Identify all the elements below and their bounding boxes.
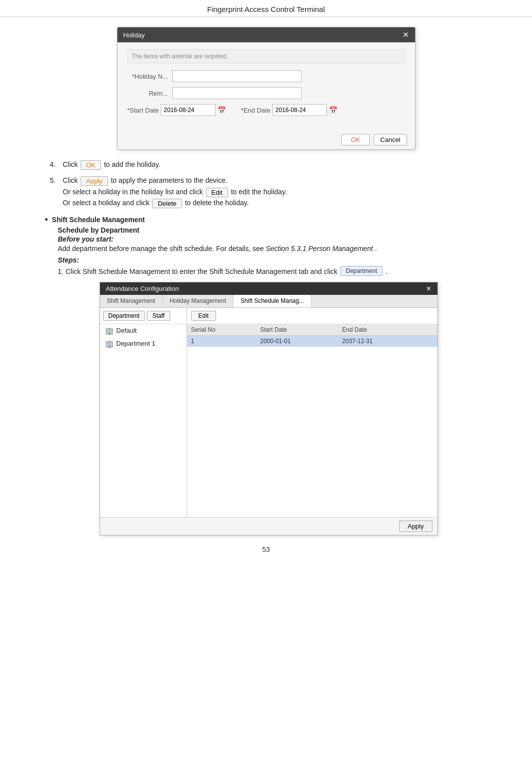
or1-edit-btn[interactable]: Edit [206,188,228,197]
col-extra [420,324,437,336]
department-sidebar-btn[interactable]: Department [103,311,145,321]
att-dialog-wrapper: Attendance Configuration ✕ Shift Managem… [45,282,492,535]
date-row: *Start Date 📅 *End Date 📅 [127,104,405,116]
cell-end: 2037-12-31 [338,335,421,347]
ok-button[interactable]: OK [341,134,370,145]
close-icon[interactable]: ✕ [403,30,409,39]
end-date-input[interactable] [272,104,327,116]
steps-label: Steps: [58,256,492,264]
remark-row: Rem... [127,87,405,99]
dialog-footer: OK Cancel [117,129,415,149]
att-apply-button[interactable]: Apply [399,521,432,532]
step4-content: Click OK to add the holiday. [63,159,492,170]
tab-shift-schedule-management[interactable]: Shift Schedule Manag... [233,295,311,307]
before-suffix: . [375,245,377,253]
start-date-group: *Start Date 📅 [127,104,226,116]
start-date-label: *Start Date [127,107,159,114]
att-close-icon[interactable]: ✕ [426,285,431,292]
att-dialog: Attendance Configuration ✕ Shift Managem… [100,282,438,535]
remark-label: Rem... [127,90,172,97]
att-dialog-title: Attendance Configuration [106,285,179,292]
page-wrapper: Fingerprint Access Control Terminal Holi… [0,0,532,563]
tree-default-icon: 🏢 [105,327,113,335]
holiday-name-label: *Holiday N... [127,73,172,80]
tree-dept1-icon: 🏢 [105,340,113,348]
col-end-date: End Date [338,324,421,336]
att-edit-btn[interactable]: Edit [191,311,216,321]
dialog-body: The items with asterisk are required. *H… [117,42,415,129]
step4-num: 4. [50,159,61,170]
col-start-date: Start Date [256,324,338,336]
att-main: Edit Serial No Start Date End Date [187,308,437,517]
cancel-button[interactable]: Cancel [374,134,407,145]
step1-prefix: Click Shift Schedule Management to enter… [66,266,337,278]
table-header-row: Serial No Start Date End Date [187,324,437,336]
department-btn[interactable]: Department [340,266,383,276]
steps-list: 4. Click OK to add the holiday. 5. Click… [50,159,492,209]
end-calendar-icon[interactable]: 📅 [329,106,337,114]
step1-suffix: . [386,266,388,278]
shift-section: • Shift Schedule Management Schedule by … [40,216,492,535]
step4-suffix: to add the holiday. [104,160,160,168]
remark-input[interactable] [172,87,302,99]
att-sidebar: Department Staff 🏢 Default 🏢 Department … [100,308,187,517]
or2-suffix: to delete the holiday. [185,199,249,207]
page-content: Holiday ✕ The items with asterisk are re… [0,22,532,563]
step5-suffix: to apply the parameters to the device. [111,176,227,184]
step4-prefix: Click [63,160,80,168]
step1-row: 1. Click Shift Schedule Management to en… [58,266,492,278]
att-footer: Apply [100,517,437,535]
att-sidebar-toolbar: Department Staff [100,308,187,324]
tree-item-default[interactable]: 🏢 Default [100,324,187,337]
before-text: Add department before manage the shift s… [58,245,266,253]
att-tabs: Shift Management Holiday Management Shif… [100,295,437,308]
before-body: Add department before manage the shift s… [58,243,492,254]
cell-serial: 1 [187,335,256,347]
staff-sidebar-btn[interactable]: Staff [147,311,170,321]
page-number: 53 [40,545,492,553]
shift-title: Shift Schedule Management [52,216,145,224]
holiday-name-input[interactable] [172,70,302,82]
holiday-name-row: *Holiday N... [127,70,405,82]
start-calendar-icon[interactable]: 📅 [217,106,226,114]
end-date-label: *End Date [241,107,270,114]
step-4: 4. Click OK to add the holiday. [50,159,492,170]
att-main-toolbar: Edit [187,308,437,324]
holiday-dialog-wrapper: Holiday ✕ The items with asterisk are re… [40,27,492,150]
step1-num: 1. [58,266,64,278]
dialog-hint: The items with asterisk are required. [127,49,405,63]
bullet-dot: • [45,215,48,225]
tree-item-dept1[interactable]: 🏢 Department 1 [100,337,187,350]
tab-holiday-management[interactable]: Holiday Management [163,295,233,307]
cell-start: 2000-01-01 [256,335,338,347]
dialog-header: Holiday ✕ [117,27,415,42]
dialog-title: Holiday [123,31,145,39]
table-row[interactable]: 1 2000-01-01 2037-12-31 [187,335,437,347]
page-title: Fingerprint Access Control Terminal [0,0,532,17]
step5-prefix: Click [63,176,80,184]
att-table: Serial No Start Date End Date 1 [187,324,437,347]
before-you-start-label: Before you start: [58,235,492,243]
before-ref: Section 5.3.1 Person Management [266,245,373,253]
att-body: Department Staff 🏢 Default 🏢 Department … [100,308,437,517]
or2-delete-btn[interactable]: Delete [152,199,182,208]
or1-prefix: Or select a holiday in the holiday list … [63,188,205,196]
holiday-dialog: Holiday ✕ The items with asterisk are re… [117,27,416,150]
or2-prefix: Or select a holiday and click [63,199,151,207]
att-dialog-header: Attendance Configuration ✕ [100,282,437,295]
cell-extra [420,335,437,347]
tree-default-label: Default [116,327,137,334]
step-5: 5. Click Apply to apply the parameters t… [50,175,492,208]
end-date-group: *End Date 📅 [241,104,337,116]
step5-content: Click Apply to apply the parameters to t… [63,175,492,208]
col-serial: Serial No [187,324,256,336]
start-date-input[interactable] [161,104,215,116]
step5-num: 5. [50,175,61,186]
step4-ok-btn[interactable]: OK [81,160,101,170]
tab-shift-management[interactable]: Shift Management [100,295,163,307]
step5-apply-btn[interactable]: Apply [81,176,108,186]
shift-subtitle: Schedule by Department [58,226,492,234]
tree-dept1-label: Department 1 [116,340,156,347]
or1-suffix: to edit the holiday. [231,188,287,196]
bullet-header: • Shift Schedule Management [45,216,492,225]
